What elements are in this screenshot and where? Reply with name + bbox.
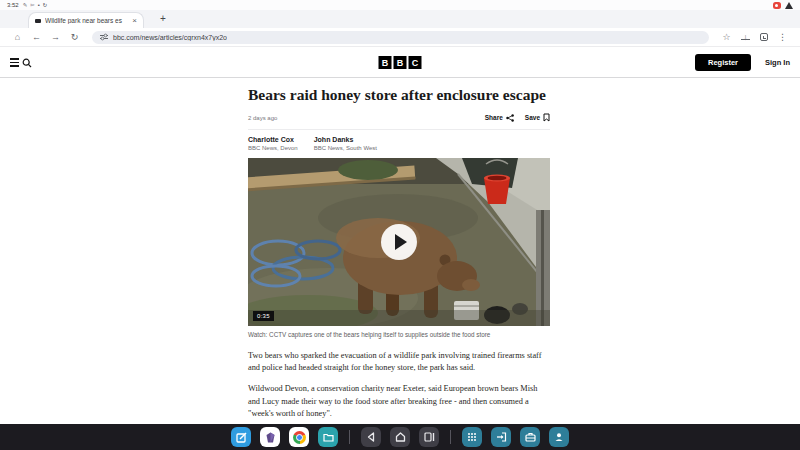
notes-app-icon[interactable]: [231, 427, 251, 447]
nav-back-button[interactable]: [361, 427, 381, 447]
chrome-app-icon[interactable]: [289, 427, 309, 447]
author-block: Charlotte Cox BBC News, Devon: [248, 135, 298, 151]
forward-button[interactable]: →: [46, 33, 65, 42]
byline: Charlotte Cox BBC News, Devon John Danks…: [248, 129, 550, 151]
play-icon: [395, 234, 407, 250]
article-timestamp: 2 days ago: [248, 115, 277, 121]
tab-strip: Wildlife park near bears es × +: [0, 10, 800, 28]
url-text[interactable]: bbc.com/news/articles/cgrxn4x7yx2o: [113, 34, 227, 41]
taskbar: [0, 424, 800, 450]
close-tab-icon[interactable]: ×: [132, 17, 137, 25]
share-button[interactable]: Share: [485, 114, 514, 122]
video-player[interactable]: 0:35: [248, 158, 550, 326]
author-name: Charlotte Cox: [248, 135, 298, 145]
sync-icon: ↻: [43, 2, 48, 8]
tab-favicon-icon: [35, 19, 41, 23]
article-paragraph: Wildwood Devon, a conservation charity n…: [248, 383, 550, 420]
author-block: John Danks BBC News, South West: [314, 135, 377, 151]
screen-record-icon: [773, 2, 781, 9]
new-tab-button[interactable]: +: [160, 13, 166, 24]
bbc-logo-block: B: [379, 56, 392, 69]
author-role: BBC News, Devon: [248, 145, 298, 151]
bbc-logo-block: B: [394, 56, 407, 69]
author-role: BBC News, South West: [314, 145, 377, 151]
nav-recents-button[interactable]: [419, 427, 439, 447]
files-app-icon[interactable]: [318, 427, 338, 447]
home-button[interactable]: ⌂: [8, 33, 27, 42]
share-icon: [506, 114, 514, 122]
reload-button[interactable]: ↻: [65, 33, 84, 42]
exit-session-button[interactable]: [491, 427, 511, 447]
browser-tab[interactable]: Wildlife park near bears es ×: [28, 12, 144, 28]
scissors-icon: ✂: [30, 2, 35, 8]
register-button[interactable]: Register: [695, 54, 751, 71]
taskbar-divider: [450, 430, 451, 444]
play-button[interactable]: [381, 224, 417, 260]
video-duration-badge: 0:35: [253, 311, 274, 321]
download-icon[interactable]: ↓: [736, 33, 755, 42]
article-paragraph: Two bears who sparked the evacuation of …: [248, 350, 550, 375]
purple-app-icon[interactable]: [260, 427, 280, 447]
status-notification-icons: ✎ ✂ ▪ ↻: [23, 2, 48, 8]
article-headline: Bears raid honey store after enclosure e…: [248, 86, 550, 104]
address-bar[interactable]: bbc.com/news/articles/cgrxn4x7yx2o: [92, 31, 709, 44]
status-bar: 3:52 ✎ ✂ ▪ ↻: [0, 0, 800, 10]
bookmark-icon: [543, 113, 550, 122]
search-icon[interactable]: [22, 58, 32, 68]
profile-button[interactable]: [549, 427, 569, 447]
sign-in-button[interactable]: Sign In: [765, 58, 790, 67]
browser-toolbar: ⌂ ← → ↻ bbc.com/news/articles/cgrxn4x7yx…: [0, 28, 800, 47]
bbc-logo-block: C: [409, 56, 422, 69]
taskbar-divider: [349, 430, 350, 444]
article-content: Bears raid honey store after enclosure e…: [248, 86, 550, 430]
bbc-logo[interactable]: B B C: [379, 56, 422, 69]
back-button[interactable]: ←: [27, 33, 46, 42]
work-briefcase-button[interactable]: [520, 427, 540, 447]
open-in-app-icon[interactable]: [760, 33, 768, 41]
clock: 3:52: [7, 2, 19, 8]
square-icon: ▪: [38, 2, 40, 8]
video-caption: Watch: CCTV captures one of the bears he…: [248, 331, 550, 340]
pencil-icon: ✎: [23, 2, 28, 8]
bookmark-star-icon[interactable]: ☆: [717, 33, 736, 42]
app-grid-button[interactable]: [462, 427, 482, 447]
nav-home-button[interactable]: [390, 427, 410, 447]
browser-menu-icon[interactable]: ⋮: [773, 33, 792, 42]
author-name: John Danks: [314, 135, 377, 145]
menu-icon[interactable]: [10, 58, 19, 67]
wifi-icon: [785, 2, 793, 9]
site-info-icon[interactable]: [100, 33, 108, 41]
tab-title: Wildlife park near bears es: [45, 17, 128, 24]
save-button[interactable]: Save: [525, 113, 550, 122]
bbc-site-header: B B C Register Sign In: [0, 48, 800, 78]
